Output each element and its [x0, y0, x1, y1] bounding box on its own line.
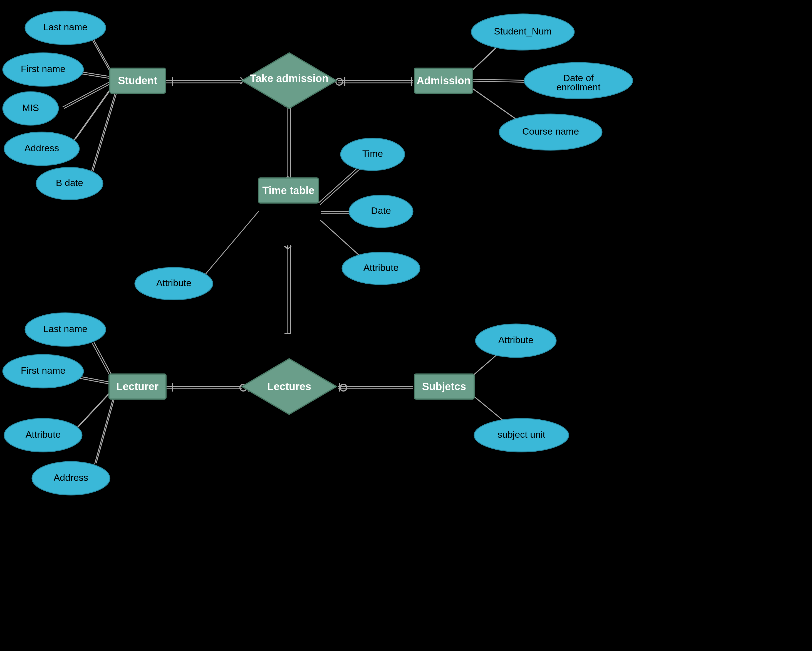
entity-timetable-label: Time table — [262, 185, 314, 196]
relationship-take-admission-label: Take admission — [250, 73, 328, 84]
svg-line-22 — [318, 167, 359, 203]
svg-line-7 — [75, 87, 113, 139]
svg-line-36 — [94, 342, 113, 377]
attr-tt-date-label: Date — [371, 205, 391, 216]
svg-point-58 — [340, 384, 347, 391]
entity-admission-label: Admission — [417, 75, 470, 87]
svg-line-5 — [64, 83, 111, 108]
entity-lecturer-label: Lecturer — [116, 381, 159, 393]
attr-lect-lastname-label: Last name — [43, 323, 88, 334]
svg-line-6 — [74, 88, 111, 141]
svg-line-4 — [63, 82, 109, 107]
attr-student-lastname-label: Last name — [43, 22, 88, 32]
svg-line-23 — [320, 168, 360, 205]
svg-line-28 — [197, 211, 259, 284]
attr-admission-dateenroll-label2: enrollment — [556, 82, 601, 92]
attr-tt-attribute-label: Attribute — [363, 262, 399, 273]
svg-line-9 — [92, 90, 118, 174]
relationship-lectures-label: Lectures — [267, 381, 311, 393]
svg-line-15 — [472, 44, 500, 71]
svg-line-40 — [77, 390, 112, 428]
attr-admission-coursename-label: Course name — [522, 126, 579, 136]
svg-line-39 — [75, 391, 111, 429]
attr-ta-attribute-label: Attribute — [156, 278, 192, 288]
svg-point-51 — [336, 78, 343, 85]
entity-student-label: Student — [118, 75, 157, 87]
svg-line-35 — [92, 344, 111, 378]
attr-admission-studentnum-label: Student_Num — [494, 26, 552, 37]
entity-subjetcs-label: Subjetcs — [422, 381, 466, 393]
attr-tt-time-label: Time — [362, 148, 383, 159]
attr-student-bdate-label: B date — [56, 177, 83, 188]
attr-lect-address-label: Address — [54, 472, 89, 483]
svg-line-1 — [93, 38, 112, 72]
attr-lect-attribute-label: Attribute — [26, 429, 61, 440]
attr-student-mis-label: MIS — [22, 102, 39, 113]
svg-line-0 — [92, 39, 111, 74]
svg-line-8 — [90, 91, 116, 175]
attr-student-address-label: Address — [24, 143, 59, 153]
attr-subj-unit-label: subject unit — [498, 429, 546, 440]
attr-student-firstname-label: First name — [21, 63, 66, 74]
attr-lect-firstname-label: First name — [21, 365, 66, 376]
attr-subj-attribute-label: Attribute — [498, 335, 534, 345]
